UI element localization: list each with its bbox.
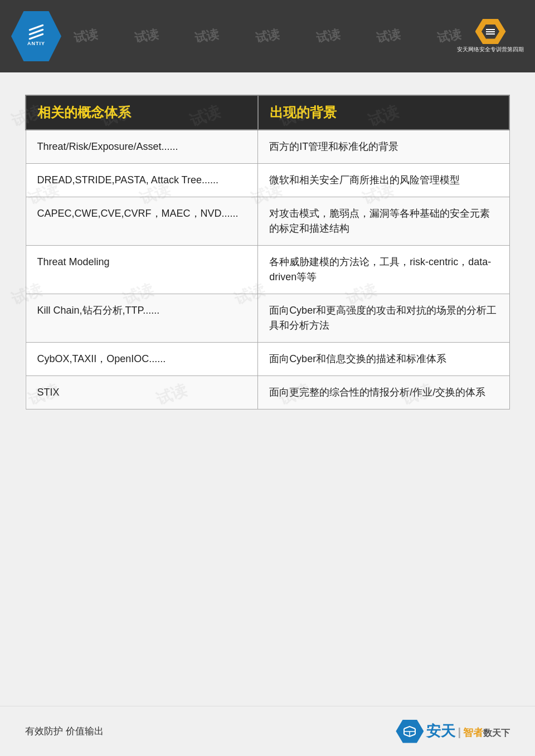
logo-text: ANTIY: [27, 41, 45, 46]
cell-col2-row6: 面向更完整的综合性的情报分析/作业/交换的体系: [258, 376, 509, 409]
antiy-logo: ANTIY: [11, 11, 61, 61]
table-row: STIX面向更完整的综合性的情报分析/作业/交换的体系: [26, 376, 509, 409]
cell-col1-row2: CAPEC,CWE,CVE,CVRF，MAEC，NVD......: [26, 197, 258, 246]
footer-logo-icon: [402, 725, 417, 738]
footer-tagline: 有效防护 价值输出: [25, 725, 104, 738]
main-content: 试读 试读 试读 试读 试读 试读 试读 试读 试读 试读 试读 试读 试读 试…: [0, 72, 535, 426]
right-logo-inner: [481, 25, 499, 39]
cell-col2-row2: 对攻击模式，脆弱点，漏洞等各种基础的安全元素的标定和描述结构: [258, 197, 509, 246]
table-row: DREAD,STRIDE,PASTA, Attack Tree......微软和…: [26, 164, 509, 197]
cell-col1-row4: Kill Chain,钻石分析,TTP......: [26, 294, 258, 343]
table-header-row: 相关的概念体系 出现的背景: [26, 95, 509, 130]
footer: 有效防护 价值输出 安天|智者数天下: [0, 706, 535, 756]
right-logo-subtitle: 安天网络安全专训营第四期: [457, 46, 524, 53]
cell-col2-row4: 面向Cyber和更高强度的攻击和对抗的场景的分析工具和分析方法: [258, 294, 509, 343]
header: ANTIY 试读 试读 试读 试读 试读 试读 试读 安天网络安全专训营第四期: [0, 0, 535, 72]
cell-col2-row3: 各种威胁建模的方法论，工具，risk-centric，data-driven等等: [258, 246, 509, 294]
table-row: CybOX,TAXII，OpenIOC......面向Cyber和信息交换的描述…: [26, 343, 509, 376]
footer-logo-hex: [396, 720, 424, 743]
cell-col1-row3: Threat Modeling: [26, 246, 258, 294]
cell-col2-row1: 微软和相关安全厂商所推出的风险管理模型: [258, 164, 509, 197]
col2-header: 出现的背景: [258, 95, 509, 130]
right-logo-shape: [475, 19, 506, 44]
cell-col2-row5: 面向Cyber和信息交换的描述和标准体系: [258, 343, 509, 376]
watermark-3: 试读: [193, 26, 221, 46]
cell-col1-row1: DREAD,STRIDE,PASTA, Attack Tree......: [26, 164, 258, 197]
table-row: Threat/Risk/Exposure/Asset......西方的IT管理和…: [26, 130, 509, 164]
table-row: Threat Modeling各种威胁建模的方法论，工具，risk-centri…: [26, 246, 509, 294]
footer-brand-name: 安天|智者数天下: [426, 721, 510, 741]
logo-lines: [28, 27, 44, 37]
cell-col2-row0: 西方的IT管理和标准化的背景: [258, 130, 509, 164]
header-watermarks: 试读 试读 试读 试读 试读 试读 试读: [0, 0, 535, 72]
header-right-logo: 安天网络安全专训营第四期: [457, 19, 524, 53]
watermark-4: 试读: [254, 26, 281, 46]
cell-col1-row5: CybOX,TAXII，OpenIOC......: [26, 343, 258, 376]
logo-icon: [485, 27, 496, 36]
watermark-2: 试读: [133, 26, 160, 46]
watermark-5: 试读: [314, 26, 342, 46]
table-row: CAPEC,CWE,CVE,CVRF，MAEC，NVD......对攻击模式，脆…: [26, 197, 509, 246]
footer-logo-area: 安天|智者数天下: [396, 720, 510, 743]
concept-table: 相关的概念体系 出现的背景 Threat/Risk/Exposure/Asset…: [25, 95, 510, 409]
cell-col1-row0: Threat/Risk/Exposure/Asset......: [26, 130, 258, 164]
col1-header: 相关的概念体系: [26, 95, 258, 130]
cell-col1-row6: STIX: [26, 376, 258, 409]
watermark-6: 试读: [375, 26, 402, 46]
table-row: Kill Chain,钻石分析,TTP......面向Cyber和更高强度的攻击…: [26, 294, 509, 343]
watermark-1: 试读: [72, 26, 100, 46]
